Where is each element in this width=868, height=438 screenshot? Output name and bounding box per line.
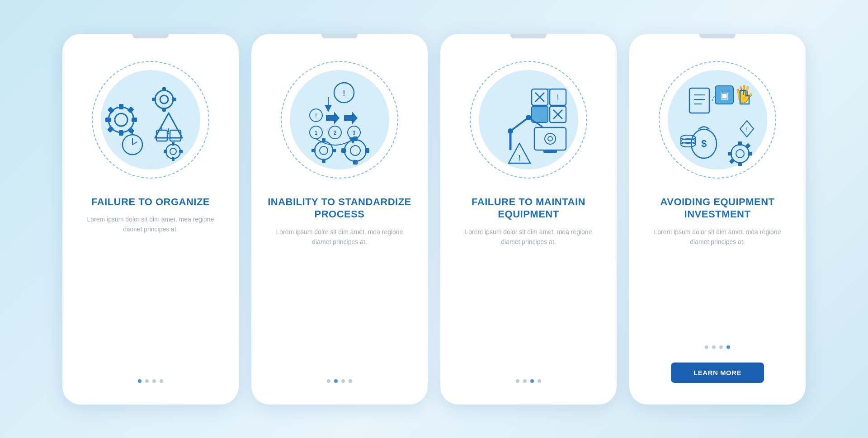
svg-text:!: ! [518, 154, 520, 162]
svg-rect-47 [322, 159, 326, 163]
svg-rect-103 [748, 152, 752, 155]
svg-rect-29 [172, 157, 175, 161]
svg-text:1: 1 [315, 130, 318, 136]
card-avoiding-investment: ▣ 🖐 $ [629, 34, 806, 405]
investment-svg: ▣ 🖐 $ [663, 66, 772, 174]
svg-rect-12 [162, 87, 166, 91]
dot-4 [160, 379, 163, 383]
dot-3 [341, 379, 345, 383]
dot-3 [719, 345, 723, 349]
svg-marker-35 [344, 112, 358, 124]
svg-line-71 [510, 118, 528, 131]
svg-rect-5 [105, 118, 111, 122]
dot-2 [334, 379, 338, 383]
svg-point-27 [170, 148, 176, 155]
svg-rect-30 [179, 150, 183, 153]
svg-point-45 [320, 146, 328, 155]
svg-rect-53 [353, 160, 358, 165]
svg-point-10 [155, 90, 173, 108]
svg-rect-46 [322, 138, 326, 142]
svg-point-99 [731, 145, 749, 163]
card4-dots [705, 345, 730, 349]
card3-dots [516, 379, 541, 383]
svg-line-20 [132, 142, 137, 145]
svg-rect-48 [332, 149, 336, 152]
card1-dots [138, 379, 163, 383]
dot-2 [712, 345, 716, 349]
svg-rect-8 [127, 127, 135, 134]
svg-point-73 [508, 128, 513, 134]
learn-more-button[interactable]: LEARN MORE [671, 363, 764, 383]
svg-point-50 [344, 140, 366, 161]
svg-text:!: ! [746, 127, 748, 133]
svg-rect-105 [745, 143, 750, 148]
svg-rect-2 [119, 104, 123, 109]
svg-rect-77 [534, 127, 566, 150]
svg-text:!: ! [343, 89, 345, 97]
svg-point-74 [526, 115, 531, 120]
card4-title: AVOIDING EQUIPMENT INVESTMENT [644, 196, 791, 221]
card-inability-to-standardize: ! 1 [251, 34, 428, 405]
svg-rect-101 [738, 141, 742, 146]
svg-rect-62 [532, 106, 548, 122]
svg-rect-102 [738, 162, 742, 166]
card1-body: Lorem ipsum dolor sit dim amet, mea regi… [77, 214, 224, 235]
maintain-svg: ! [474, 66, 583, 174]
svg-rect-78 [543, 150, 557, 153]
cards-container: ! [44, 16, 824, 423]
svg-rect-7 [107, 126, 114, 133]
svg-rect-106 [729, 158, 735, 164]
svg-rect-104 [728, 152, 732, 155]
svg-rect-49 [311, 149, 316, 152]
svg-rect-4 [132, 118, 137, 122]
svg-text:▣: ▣ [720, 90, 729, 100]
svg-text:!: ! [557, 93, 559, 102]
dot-2 [145, 379, 149, 383]
svg-rect-9 [108, 106, 115, 113]
svg-point-51 [350, 146, 360, 155]
dot-2 [523, 379, 527, 383]
card3-title: FAILURE TO MAINTAIN EQUIPMENT [455, 196, 602, 221]
card4-body: Lorem ipsum dolor sit dim amet, mea regi… [644, 227, 791, 247]
svg-rect-52 [353, 137, 358, 141]
svg-rect-31 [164, 150, 167, 153]
svg-rect-55 [341, 148, 346, 153]
standardize-svg: ! 1 [285, 66, 394, 174]
card2-title: INABILITY TO STANDARDIZE PROCESS [266, 196, 413, 221]
svg-point-100 [736, 150, 744, 158]
card-failure-to-maintain: ! [440, 34, 617, 405]
illustration-standardize: ! 1 [276, 57, 403, 183]
svg-point-80 [548, 137, 552, 141]
svg-rect-81 [689, 88, 709, 113]
svg-text:$: $ [701, 138, 707, 149]
svg-rect-28 [172, 142, 175, 146]
svg-text:!: ! [315, 113, 317, 119]
svg-point-11 [160, 95, 168, 104]
svg-point-44 [315, 141, 333, 160]
card1-title: FAILURE TO ORGANIZE [91, 196, 210, 208]
dot-4 [538, 379, 541, 383]
dot-4 [726, 345, 730, 349]
svg-point-1 [115, 113, 127, 126]
card3-body: Lorem ipsum dolor sit dim amet, mea regi… [455, 227, 602, 247]
svg-point-79 [545, 133, 556, 144]
dot-4 [349, 379, 352, 383]
illustration-organize: ! [87, 57, 214, 183]
dot-1 [516, 379, 519, 383]
dot-3 [530, 379, 534, 383]
dot-1 [705, 345, 708, 349]
svg-rect-15 [152, 98, 156, 101]
svg-point-26 [166, 144, 180, 159]
dot-3 [152, 379, 156, 383]
svg-rect-54 [365, 148, 369, 153]
svg-text:3: 3 [353, 130, 356, 136]
illustration-maintain: ! [465, 57, 592, 183]
card2-dots [327, 379, 352, 383]
svg-rect-14 [172, 98, 176, 101]
svg-text:2: 2 [334, 130, 337, 136]
card-failure-to-organize: ! [62, 34, 239, 405]
illustration-investment: ▣ 🖐 $ [654, 57, 781, 183]
svg-line-107 [712, 95, 715, 101]
card2-body: Lorem ipsum dolor sit dim amet, mea regi… [266, 227, 413, 247]
organize-svg: ! [96, 66, 205, 174]
